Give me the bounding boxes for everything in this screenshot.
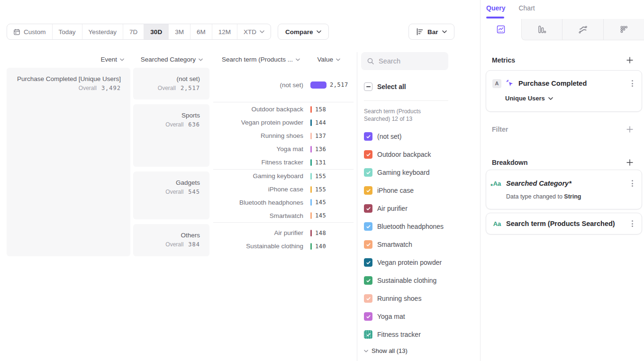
breakdown-card[interactable]: Aa Search term (Products Searched)	[486, 213, 642, 235]
checkbox-checked-icon[interactable]	[364, 168, 372, 177]
term-row[interactable]: Bluetooth headphones 145	[213, 196, 354, 209]
date-range-xtd[interactable]: XTD	[237, 24, 271, 39]
tab-query[interactable]: Query	[486, 4, 505, 12]
legend-item[interactable]: Fitness tracker	[364, 325, 459, 343]
breakdown-menu-button[interactable]	[630, 218, 635, 229]
panel-divider	[357, 52, 357, 361]
date-range-12m[interactable]: 12M	[212, 24, 237, 39]
legend-label: Air purifier	[377, 205, 408, 212]
legend-item[interactable]: Smartwatch	[364, 235, 459, 253]
date-range-3m[interactable]: 3M	[169, 24, 190, 39]
date-range-today[interactable]: Today	[53, 24, 82, 39]
legend-item[interactable]: Gaming keyboard	[364, 163, 459, 181]
checkbox-checked-icon[interactable]	[364, 186, 372, 195]
category-cell[interactable]: Sports Overall636	[133, 104, 209, 167]
event-cell[interactable]: Purchase Completed [Unique Users] Overal…	[7, 68, 130, 256]
legend-label: iPhone case	[377, 187, 414, 194]
term-row[interactable]: Sustainable clothing 140	[213, 240, 354, 253]
term-row[interactable]: Running shoes 137	[213, 129, 354, 143]
legend-item[interactable]: (not set)	[364, 127, 459, 145]
tab-chart[interactable]: Chart	[518, 4, 535, 12]
add-breakdown-button[interactable]	[626, 158, 634, 167]
term-row[interactable]: (not set) 2,517	[213, 78, 354, 91]
value-text: 131	[315, 159, 326, 166]
term-row[interactable]: Gaming keyboard 155	[213, 170, 354, 183]
tab-retention[interactable]	[603, 19, 644, 40]
legend-item[interactable]: iPhone case	[364, 181, 459, 199]
term-label: Fitness tracker	[213, 159, 303, 166]
term-row[interactable]: Outdoor backpack 158	[213, 103, 354, 116]
legend-item[interactable]: Outdoor backpack	[364, 145, 459, 163]
term-row[interactable]: iPhone case 155	[213, 183, 354, 196]
checkbox-checked-icon[interactable]	[364, 276, 372, 285]
overall-value: 384	[188, 241, 200, 248]
chevron-down-icon	[442, 30, 447, 33]
term-row[interactable]: Smartwatch 145	[213, 209, 354, 222]
tab-funnels[interactable]	[521, 19, 562, 40]
metric-menu-button[interactable]	[630, 78, 635, 89]
legend-search[interactable]	[361, 52, 448, 70]
date-range-label: Custom	[24, 28, 46, 36]
legend-item[interactable]: Air purifier	[364, 199, 459, 217]
add-filter-button[interactable]	[626, 125, 634, 134]
checkbox-checked-icon[interactable]	[364, 240, 372, 249]
checkbox-checked-icon[interactable]	[364, 132, 372, 141]
date-range-30d[interactable]: 30D	[144, 24, 169, 39]
legend-item[interactable]: Running shoes	[364, 289, 459, 307]
date-range-7d[interactable]: 7D	[123, 24, 144, 39]
checkbox-checked-icon[interactable]	[364, 330, 372, 339]
legend-item[interactable]: Yoga mat	[364, 307, 459, 325]
indeterminate-checkbox-icon[interactable]	[364, 82, 372, 91]
compare-button[interactable]: Compare	[278, 24, 329, 40]
category-cell[interactable]: Others Overall384	[133, 224, 209, 256]
checkbox-checked-icon[interactable]	[364, 204, 372, 213]
active-tab-underline	[486, 17, 504, 18]
checkbox-checked-icon[interactable]	[364, 222, 372, 231]
legend-item[interactable]: Sustainable clothing	[364, 271, 459, 289]
term-row[interactable]: Vegan protein powder 144	[213, 116, 354, 129]
term-label: Bluetooth headphones	[213, 199, 303, 206]
column-header-value[interactable]: Value	[308, 56, 340, 63]
term-row[interactable]: Air purifier 148	[213, 226, 354, 240]
breakdown-property-name: Search term (Products Searched)	[506, 220, 615, 227]
breakdown-card[interactable]: Aa* Searched Category* Data type changed…	[486, 170, 642, 209]
legend-subtitle: Search term (Products Searched) 12 of 13	[364, 108, 428, 123]
value-bar	[310, 186, 312, 193]
term-row[interactable]: Yoga mat 136	[213, 143, 354, 156]
value-text: 155	[315, 173, 326, 180]
term-row[interactable]: Fitness tracker 131	[213, 156, 354, 169]
chart-type-button[interactable]: Bar	[408, 24, 454, 40]
category-cell[interactable]: (not set) Overall2,517	[133, 68, 209, 99]
tab-flows[interactable]	[562, 19, 603, 40]
rows-column: (not set) 2,517Outdoor backpack 158Vegan…	[213, 68, 354, 256]
add-metric-button[interactable]	[626, 56, 634, 64]
measure-selector[interactable]: Unique Users	[505, 95, 635, 102]
checkbox-checked-icon[interactable]	[364, 258, 372, 267]
tab-insights[interactable]	[481, 19, 521, 40]
breakdown-menu-button[interactable]	[630, 178, 635, 189]
report-type-tabs	[481, 19, 644, 40]
legend-item[interactable]: Vegan protein powder	[364, 253, 459, 271]
date-range-custom[interactable]: Custom	[7, 24, 53, 39]
column-header-event[interactable]: Event	[7, 56, 124, 63]
breakdown-note: Data type changed to String	[506, 193, 635, 200]
date-range-6m[interactable]: 6M	[190, 24, 212, 39]
value-bar	[310, 159, 312, 166]
analytics-app: Custom Today Yesterday 7D 30D 3M 6M 12M …	[0, 0, 644, 361]
legend-item[interactable]: Bluetooth headphones	[364, 217, 459, 235]
column-header-search-term[interactable]: Search term (Products ...	[213, 56, 300, 63]
date-range-yesterday[interactable]: Yesterday	[82, 24, 124, 39]
term-group: (not set) 2,517	[213, 68, 354, 102]
show-all-button[interactable]: Show all (13)	[364, 347, 408, 354]
search-input[interactable]	[379, 57, 440, 65]
select-all[interactable]: Select all	[364, 82, 406, 91]
category-cell[interactable]: Gadgets Overall545	[133, 171, 209, 219]
column-header-searched-category[interactable]: Searched Category	[133, 56, 203, 63]
chevron-down-icon	[336, 58, 340, 61]
overall-value: 3,492	[101, 85, 121, 91]
value-bar	[310, 230, 312, 236]
checkbox-checked-icon[interactable]	[364, 312, 372, 321]
checkbox-checked-icon[interactable]	[364, 294, 372, 303]
metric-card[interactable]: A Purchase Completed Unique Users	[486, 70, 642, 112]
checkbox-checked-icon[interactable]	[364, 150, 372, 159]
